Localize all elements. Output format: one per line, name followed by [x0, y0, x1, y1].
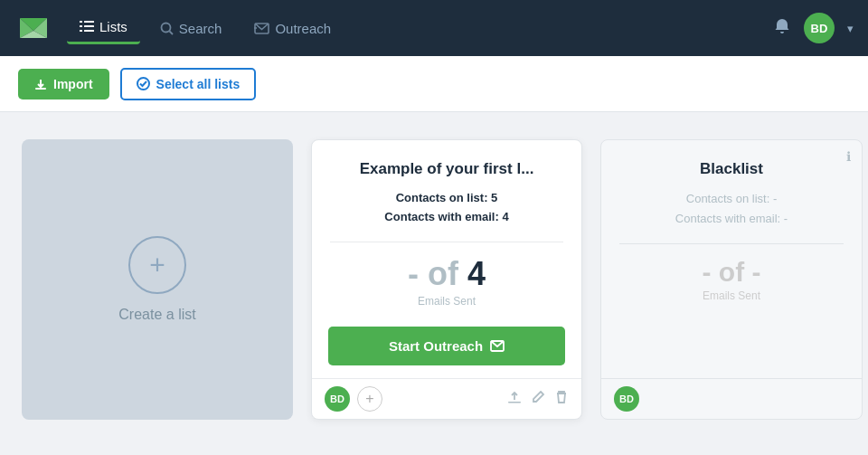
- blacklist-stats: - of - Emails Sent: [619, 243, 844, 302]
- outreach-button-label: Start Outreach: [389, 338, 483, 354]
- create-list-label: Create a list: [118, 307, 195, 323]
- blacklist-card: ℹ Blacklist Contacts on list: - Contacts…: [600, 139, 863, 420]
- add-contact-button[interactable]: +: [357, 386, 382, 412]
- bl-contacts-on-list-value: -: [773, 192, 777, 205]
- svg-point-10: [161, 23, 170, 32]
- contacts-on-list-label: Contacts on list:: [396, 191, 488, 204]
- nav-lists-label: Lists: [99, 19, 127, 34]
- svg-rect-4: [80, 21, 82, 23]
- list-card-meta: Contacts on list: 5 Contacts with email:…: [330, 189, 563, 227]
- svg-rect-5: [84, 21, 94, 23]
- svg-rect-14: [35, 88, 46, 90]
- import-label: Import: [53, 77, 93, 91]
- list-card-stats: - of 4 Emails Sent: [330, 242, 563, 308]
- list-card-body: Example of your first l... Contacts on l…: [312, 140, 581, 327]
- user-menu-caret[interactable]: ▾: [847, 22, 854, 35]
- nav-right: BD ▾: [773, 13, 854, 43]
- navbar: Lists Search Outreach BD ▾: [0, 0, 868, 56]
- blacklist-card-body: ℹ Blacklist Contacts on list: - Contacts…: [601, 140, 862, 378]
- select-all-button[interactable]: Select all lists: [120, 68, 257, 100]
- contacts-with-email-value: 4: [502, 210, 508, 223]
- blacklist-meta: Contacts on list: - Contacts with email:…: [619, 189, 844, 229]
- nav-item-lists[interactable]: Lists: [67, 12, 140, 44]
- bl-emails-sent: - of -: [619, 257, 844, 288]
- svg-rect-17: [508, 402, 521, 403]
- select-all-label: Select all lists: [156, 77, 241, 91]
- start-outreach-button[interactable]: Start Outreach: [328, 327, 565, 365]
- svg-rect-6: [80, 25, 82, 27]
- create-circle-icon: +: [128, 236, 186, 294]
- user-avatar[interactable]: BD: [804, 13, 835, 43]
- toolbar: Import Select all lists: [0, 56, 868, 112]
- emails-sent-count: - of 4: [330, 255, 563, 293]
- edit-icon[interactable]: [531, 390, 545, 408]
- upload-icon[interactable]: [507, 390, 522, 408]
- main-content: + Create a list Example of your first l.…: [0, 112, 868, 447]
- svg-rect-8: [80, 30, 82, 32]
- import-button[interactable]: Import: [18, 69, 109, 100]
- bl-contacts-email-label: Contacts with email:: [675, 212, 780, 225]
- list-card-actions: [507, 390, 569, 408]
- list-card-avatar: BD: [325, 386, 350, 412]
- bl-contacts-on-list-label: Contacts on list:: [686, 192, 770, 205]
- bl-emails-sent-label: Emails Sent: [619, 289, 844, 302]
- bl-contacts-email-value: -: [784, 212, 788, 225]
- list-card-footer: BD +: [312, 378, 581, 419]
- contacts-on-list-value: 5: [491, 191, 497, 204]
- example-list-card: Example of your first l... Contacts on l…: [311, 139, 582, 420]
- delete-icon[interactable]: [554, 390, 569, 408]
- emails-sent-label: Emails Sent: [330, 295, 563, 308]
- nav-search-label: Search: [179, 21, 222, 36]
- notifications-bell[interactable]: [773, 17, 791, 40]
- svg-line-11: [169, 31, 173, 34]
- svg-rect-7: [84, 25, 94, 27]
- svg-rect-9: [84, 30, 94, 32]
- info-icon[interactable]: ℹ: [846, 149, 851, 164]
- blacklist-title: Blacklist: [619, 160, 844, 178]
- list-card-title: Example of your first l...: [330, 160, 563, 178]
- blacklist-avatar: BD: [614, 386, 639, 412]
- nav-outreach-label: Outreach: [275, 21, 331, 36]
- nav-item-outreach[interactable]: Outreach: [241, 14, 344, 43]
- nav-item-search[interactable]: Search: [147, 14, 235, 43]
- blacklist-footer: BD: [601, 378, 862, 419]
- contacts-with-email-label: Contacts with email:: [384, 210, 498, 223]
- app-logo: [14, 9, 52, 47]
- create-list-card[interactable]: + Create a list: [22, 139, 293, 420]
